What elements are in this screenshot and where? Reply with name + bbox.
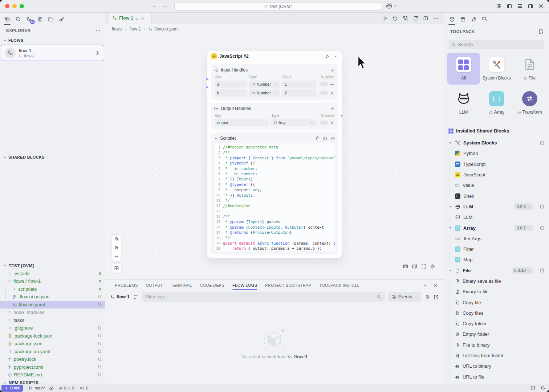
new-toolpack-button[interactable] xyxy=(538,29,544,34)
code-line-1[interactable]: 1//#region generated meta xyxy=(214,144,335,150)
code-line-14[interactable]: 14/** xyxy=(214,214,335,219)
output-type-select[interactable]: {}Any xyxy=(271,119,316,126)
notifications-bell-icon[interactable] xyxy=(540,385,545,391)
input-value-field[interactable]: 2 xyxy=(282,89,316,97)
tree-item-package-lock-json[interactable]: {}package-lock.jsonU xyxy=(0,332,105,340)
deploy-tab-button[interactable] xyxy=(469,14,479,24)
code-line-16[interactable]: 16 * @param {Context<Inputs, Outputs>} c… xyxy=(214,224,335,230)
flow-card-gear-icon[interactable] xyxy=(95,50,100,56)
rerun-button[interactable] xyxy=(393,16,398,21)
assistant-status-icon[interactable] xyxy=(530,385,536,391)
filter-logs-field[interactable] xyxy=(142,292,385,302)
input-port-a[interactable] xyxy=(205,77,208,81)
panel-tab-toolpack-install[interactable]: TOOLPACK INSTALL xyxy=(319,280,359,291)
toolpack-category-all[interactable]: All xyxy=(447,53,480,85)
nullable-toggle[interactable] xyxy=(320,91,328,95)
chat-tab-button[interactable] xyxy=(480,14,489,24)
open-external-icon[interactable] xyxy=(330,136,335,141)
toggle-left-panel-button[interactable] xyxy=(507,3,512,9)
tree-item-gitignore[interactable]: .gitignoreU xyxy=(0,324,105,332)
fit-view-button[interactable] xyxy=(112,252,121,261)
block-info-icon[interactable] xyxy=(540,268,545,273)
scriptlet-code-editor[interactable]: 1//#region generated meta2/**3 * @import… xyxy=(214,143,335,252)
block-item-binary-to-file[interactable]: Binary to file xyxy=(444,286,549,297)
breadcrumb-item-flow-oo-yaml[interactable]: flow.oo.yaml xyxy=(149,26,178,32)
input-value-field[interactable]: 1 xyxy=(282,81,316,88)
block-item-filter[interactable]: []Filter xyxy=(444,244,549,254)
code-line-3[interactable]: 3 * @import { Context } from "@oomol/typ… xyxy=(214,155,335,160)
panel-tab-output[interactable]: OUTPUT xyxy=(146,280,163,291)
tree-item-flow-oo-yaml[interactable]: flow.oo.yamlU xyxy=(0,301,105,309)
zoom-out-button[interactable] xyxy=(112,244,121,252)
secrets-tab-button[interactable] xyxy=(57,14,66,24)
block-item-python[interactable]: Python xyxy=(444,148,549,159)
block-item-binary-save-as-file[interactable]: Binary save as file xyxy=(444,276,549,286)
shared-blocks-section-header[interactable]: SHARED BLOCKS xyxy=(3,155,102,159)
code-line-18[interactable]: 18 */ xyxy=(214,235,335,241)
input-port-b[interactable] xyxy=(205,86,208,89)
minimap-toggle-button[interactable] xyxy=(112,264,121,273)
block-item-shell[interactable]: >_Shell xyxy=(444,191,549,201)
panel-tab-code-deps[interactable]: CODE DEPS xyxy=(200,280,225,291)
block-group-system-blocks[interactable]: System Blocks xyxy=(444,138,549,148)
add-output-handle-button[interactable] xyxy=(330,106,335,111)
block-group-array[interactable]: []Array0.0.7 xyxy=(444,222,549,233)
toolpack-category-transform[interactable]: Transform xyxy=(513,87,546,119)
events-filter-dropdown[interactable]: Events xyxy=(388,292,421,302)
packages-tab-button[interactable] xyxy=(458,14,468,24)
toggle-right-panel-button[interactable] xyxy=(528,3,533,9)
folder-tab-button[interactable] xyxy=(46,14,56,24)
breadcrumb-item-flows[interactable]: flows xyxy=(112,26,122,32)
search-tab-button[interactable] xyxy=(13,14,23,24)
code-line-5[interactable]: 5 * a: number; xyxy=(214,166,335,171)
toggle-bottom-panel-button[interactable] xyxy=(517,3,523,9)
block-item-list-files-from-folder[interactable]: List files from folder xyxy=(444,350,549,361)
block-info-icon[interactable] xyxy=(540,204,545,209)
tree-item-package-json[interactable]: {}package.jsonU xyxy=(0,340,105,348)
close-tab-icon[interactable] xyxy=(141,16,145,20)
fullscreen-button[interactable] xyxy=(421,264,427,269)
tree-item-flows-flow-1[interactable]: flows / flow-1 xyxy=(0,277,105,285)
flows-section-header[interactable]: FLOWS xyxy=(3,38,102,42)
back-button[interactable]: ← xyxy=(152,2,157,8)
code-line-10[interactable]: 10 * }} Outputs; xyxy=(214,192,335,198)
panel-tab-terminal[interactable]: TERMINAL xyxy=(171,280,192,291)
code-line-9[interactable]: 9 * output: any; xyxy=(214,187,335,193)
zoom-in-button[interactable] xyxy=(112,235,121,244)
version-selector[interactable]: 0.0.10 xyxy=(512,267,533,274)
block-item-copy-file[interactable]: Copy file xyxy=(444,297,549,307)
table-view-icon[interactable] xyxy=(322,136,327,141)
chevron-down-icon[interactable] xyxy=(214,136,218,140)
clear-logs-button[interactable] xyxy=(424,294,430,300)
attach-icon[interactable] xyxy=(314,136,319,141)
tree-item-pyproject-toml[interactable]: pyproject.tomlU xyxy=(0,363,105,371)
block-info-icon[interactable] xyxy=(540,225,545,230)
run-flow-button[interactable] xyxy=(382,16,388,21)
code-line-13[interactable]: 13 xyxy=(214,208,335,214)
block-item-copy-flies[interactable]: Copy flies xyxy=(444,308,549,318)
code-line-6[interactable]: 6 * b: number; xyxy=(214,171,335,176)
tree-item-node-modules[interactable]: node_modules xyxy=(0,309,105,317)
code-line-19[interactable]: 19export default async function (params,… xyxy=(214,240,335,246)
settings-gear-icon[interactable] xyxy=(538,3,544,9)
block-item-url-to-file[interactable]: URL to file xyxy=(444,372,549,382)
block-item-typescript[interactable]: TSTypeScript xyxy=(444,159,549,170)
map-button[interactable] xyxy=(412,264,418,269)
tree-item-readme-md[interactable]: README.mdU xyxy=(0,371,105,379)
code-line-17[interactable]: 17 * @returns {Promise<Outputs>} xyxy=(214,230,335,235)
block-item-map[interactable]: []Map xyxy=(444,254,549,265)
input-type-select[interactable]: 123Number xyxy=(249,89,280,97)
assistant-menu-button[interactable] xyxy=(386,3,397,9)
node-more-icon[interactable] xyxy=(333,54,338,59)
export-logs-button[interactable] xyxy=(433,294,439,300)
layout-icon[interactable] xyxy=(496,3,502,9)
nullable-toggle[interactable] xyxy=(320,121,328,125)
block-info-icon[interactable] xyxy=(540,140,545,146)
tree-item-poetry-lock[interactable]: poetry.lockU xyxy=(0,355,105,363)
titlebar-search[interactable]: test [OVM] xyxy=(174,2,381,11)
close-panel-icon[interactable] xyxy=(433,283,438,288)
tree-item-npm-scripts[interactable]: NPM SCRIPTS xyxy=(0,379,105,387)
flow-canvas[interactable]: JS JavaScript #2 Input Handles xyxy=(105,34,444,279)
tree-item-test-ovm[interactable]: TEST [OVM] xyxy=(0,262,105,270)
add-input-handle-button[interactable] xyxy=(330,68,335,73)
